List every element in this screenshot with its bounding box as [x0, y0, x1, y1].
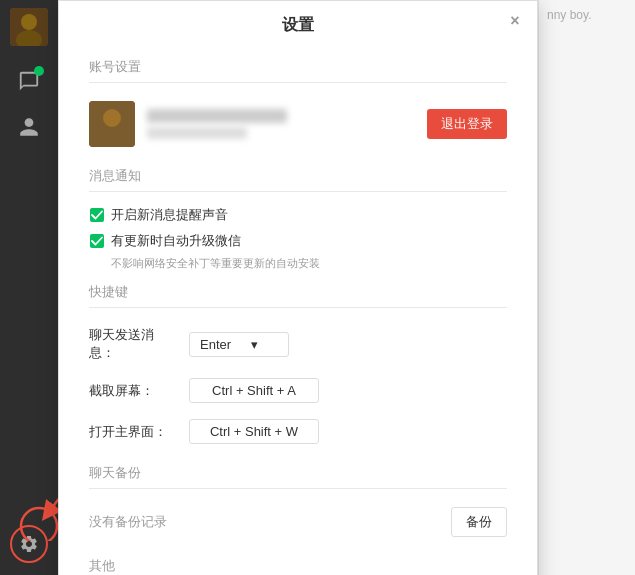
notification-item-1: 有更新时自动升级微信 不影响网络安全补丁等重要更新的自动安装 — [89, 228, 507, 271]
right-panel-text: nny boy. — [539, 0, 635, 30]
modal-close-button[interactable]: × — [505, 11, 525, 31]
account-row: 退出登录 — [89, 93, 507, 155]
chevron-down-icon: ▾ — [251, 337, 258, 352]
modal-header: 设置 × — [59, 1, 537, 46]
checkbox-update-icon[interactable] — [89, 233, 105, 249]
shortcut-row-0: 聊天发送消息： Enter ▾ — [89, 318, 507, 370]
modal-title: 设置 — [282, 16, 314, 33]
backup-empty-label: 没有备份记录 — [89, 513, 441, 531]
checkbox-sound-icon[interactable] — [89, 207, 105, 223]
sidebar-item-chat[interactable] — [10, 62, 48, 100]
notification-label-1: 有更新时自动升级微信 — [111, 232, 241, 250]
account-info — [147, 109, 415, 139]
shortcut-screenshot-key: Ctrl + Shift + A — [189, 378, 319, 403]
account-section-title: 账号设置 — [89, 46, 507, 83]
shortcut-main-window-key: Ctrl + Shift + W — [189, 419, 319, 444]
shortcut-label-1: 截取屏幕： — [89, 382, 179, 400]
sidebar-bottom — [10, 525, 48, 563]
account-id-blurred — [147, 127, 247, 139]
notifications-section-title: 消息通知 — [89, 155, 507, 192]
svg-point-1 — [21, 14, 37, 30]
account-avatar — [89, 101, 135, 147]
notification-item-0: 开启新消息提醒声音 — [89, 202, 507, 228]
sidebar-item-contacts[interactable] — [10, 108, 48, 146]
notification-sublabel-1: 不影响网络安全补丁等重要更新的自动安装 — [111, 256, 507, 271]
svg-point-6 — [103, 109, 121, 127]
settings-button[interactable] — [10, 525, 48, 563]
modal-body: 账号设置 退出登录 消息通知 — [59, 46, 537, 575]
account-name-blurred — [147, 109, 287, 123]
shortcut-send-dropdown[interactable]: Enter ▾ — [189, 332, 289, 357]
shortcut-label-0: 聊天发送消息： — [89, 326, 179, 362]
shortcut-row-2: 打开主界面： Ctrl + Shift + W — [89, 411, 507, 452]
shortcut-label-2: 打开主界面： — [89, 423, 179, 441]
backup-row: 没有备份记录 备份 — [89, 499, 507, 545]
notification-label-0: 开启新消息提醒声音 — [111, 206, 228, 224]
sidebar — [0, 0, 58, 575]
settings-modal: 设置 × 账号设置 退出登录 消息通知 — [58, 0, 538, 575]
other-section-title: 其他 — [89, 545, 507, 575]
backup-section-title: 聊天备份 — [89, 452, 507, 489]
shortcuts-section-title: 快捷键 — [89, 271, 507, 308]
sidebar-avatar[interactable] — [10, 8, 48, 46]
backup-button[interactable]: 备份 — [451, 507, 507, 537]
logout-button[interactable]: 退出登录 — [427, 109, 507, 139]
right-panel: nny boy. — [538, 0, 635, 575]
shortcut-row-1: 截取屏幕： Ctrl + Shift + A — [89, 370, 507, 411]
